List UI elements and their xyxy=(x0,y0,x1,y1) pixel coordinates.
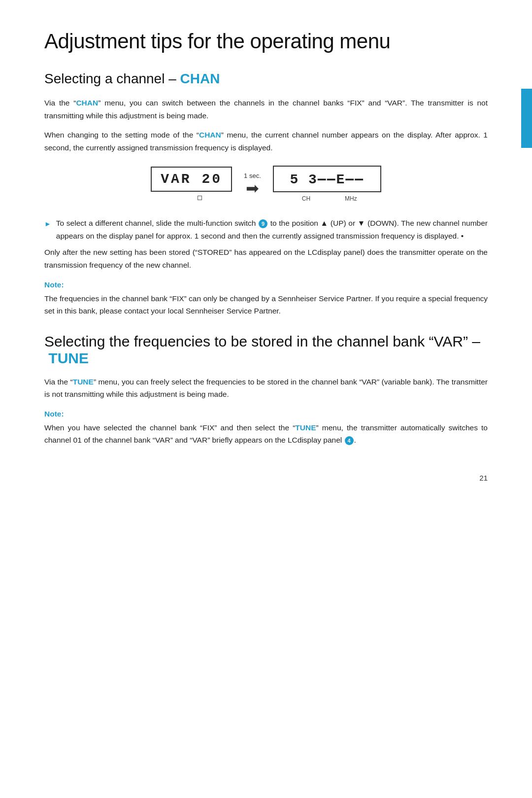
section-chan: Selecting a channel – CHAN Via the “CHAN… xyxy=(44,71,488,317)
circle-num-9: 9 xyxy=(259,219,267,228)
bullet-item-1-text: To select a different channel, slide the… xyxy=(56,217,488,242)
diagram-row: VAR 20 1 sec. ➡ 5 3‒‒E‒‒ CH MHz xyxy=(44,166,488,202)
tune-highlight-2: TUNE xyxy=(295,423,316,432)
lcd1-sublabel xyxy=(181,195,201,202)
note-box-2: Note: When you have selected the channel… xyxy=(44,410,488,447)
page-title: Adjustment tips for the operating menu xyxy=(44,30,488,53)
note-box-1: Note: The frequencies in the channel ban… xyxy=(44,280,488,317)
lcd2-text: 5 3‒‒E‒‒ xyxy=(290,172,364,187)
note-text-1: The frequencies in the channel bank “FIX… xyxy=(44,292,488,317)
page-content: Adjustment tips for the operating menu S… xyxy=(0,0,532,502)
lcd2-sublabels: CH MHz xyxy=(297,195,357,202)
section-tune-heading: Selecting the frequencies to be stored i… xyxy=(44,333,488,367)
section-chan-heading-plain: Selecting a channel – xyxy=(44,71,180,86)
lcd-box-1: VAR 20 xyxy=(151,167,232,192)
lcd-display-1: VAR 20 xyxy=(151,167,232,202)
lcd-box-2: 5 3‒‒E‒‒ xyxy=(273,166,381,192)
bullet-item-1: ► To select a different channel, slide t… xyxy=(44,217,488,242)
lcd2-mhz-label: MHz xyxy=(345,195,357,202)
circle-num-4: 4 xyxy=(345,436,354,445)
bullet-triangle-icon: ► xyxy=(44,218,51,230)
stored-text: Only after the new setting has been stor… xyxy=(44,246,488,271)
chan-highlight-2: CHAN xyxy=(199,131,221,139)
section-chan-heading-highlight: CHAN xyxy=(180,71,220,86)
section-chan-para2: When changing to the setting mode of the… xyxy=(44,129,488,154)
lcd-display-2: 5 3‒‒E‒‒ CH MHz xyxy=(273,166,381,202)
bullet-section: ► To select a different channel, slide t… xyxy=(44,217,488,271)
lcd1-small-square xyxy=(198,196,202,200)
section-tune-para1: Via the “TUNE” menu, you can freely sele… xyxy=(44,376,488,401)
arrow-time-label: 1 sec. xyxy=(244,172,261,179)
chan-highlight-1: CHAN xyxy=(76,99,98,107)
lcd1-text: VAR 20 xyxy=(161,172,222,187)
note-label-1: Note: xyxy=(44,280,488,289)
section-tune: Selecting the frequencies to be stored i… xyxy=(44,333,488,447)
accent-bar xyxy=(521,89,532,148)
note-label-2: Note: xyxy=(44,410,488,418)
arrow-right-icon: ➡ xyxy=(246,180,259,196)
tune-highlight-1: TUNE xyxy=(73,378,94,386)
section-tune-heading-highlight: TUNE xyxy=(48,350,89,366)
section-chan-para1: Via the “CHAN” menu, you can switch betw… xyxy=(44,97,488,122)
section-chan-heading: Selecting a channel – CHAN xyxy=(44,71,488,87)
page-number: 21 xyxy=(479,474,488,482)
lcd2-ch-label: CH xyxy=(302,195,310,202)
arrow-section: 1 sec. ➡ xyxy=(244,172,261,196)
section-tune-heading-plain: Selecting the frequencies to be stored i… xyxy=(44,333,480,366)
note-text-2: When you have selected the channel bank … xyxy=(44,421,488,447)
